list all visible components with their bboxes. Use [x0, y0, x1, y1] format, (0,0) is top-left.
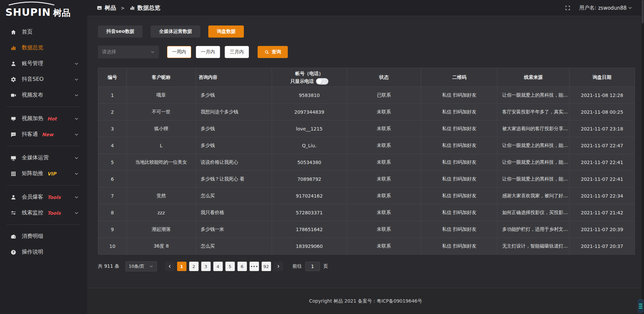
chevron-down-icon — [74, 116, 79, 121]
sidebar-item-data-overview[interactable]: 数据总览 — [0, 40, 87, 56]
cell-source-link[interactable]: 如何正确选择投影仪，买投影... — [497, 204, 569, 221]
cell-qrcode-link[interactable]: 私信 扫码加好友 — [421, 188, 497, 204]
sidebar-item-home[interactable]: 首页 — [0, 24, 87, 40]
page-size-value: 10条/页 — [129, 263, 145, 269]
page-button-3[interactable]: 3 — [201, 262, 211, 271]
col-header-qrcode: 二维码 — [421, 68, 497, 87]
username-label: 用户名: — [579, 5, 596, 11]
next-page-button[interactable] — [274, 262, 283, 271]
username-value[interactable]: zswodun88 — [598, 5, 627, 11]
tab-inquiry-data[interactable]: 询盘数据 — [208, 25, 244, 38]
chart-icon — [129, 5, 135, 11]
more-pages-button[interactable]: ••• — [250, 262, 259, 271]
video-icon — [10, 92, 17, 99]
phone-only-row: 只显示电话 — [275, 78, 343, 85]
cell-qrcode-link[interactable]: 私信 扫码加好友 — [421, 171, 497, 188]
col-header-source: 线索来源 — [497, 68, 569, 87]
tab-omni-media-data[interactable]: 全媒体运营数据 — [151, 25, 200, 38]
cell-qrcode-link[interactable]: 私信 扫码加好友 — [421, 154, 497, 171]
cell-account: 572803371 — [272, 204, 346, 221]
range-button-one-week[interactable]: 一周内 — [167, 46, 191, 58]
breadcrumb-separator: > — [121, 5, 125, 11]
filter-select[interactable]: 请选择 — [98, 46, 159, 58]
range-button-one-month[interactable]: 一月内 — [196, 46, 220, 58]
logo-text-en: SHUPIN — [5, 7, 51, 17]
cell-source-link[interactable]: 被大家追着问的客厅投影分享... — [497, 120, 569, 137]
chevron-down-icon — [74, 61, 79, 66]
cell-source-link[interactable]: 无主灯设计，智能磁吸轨道灯... — [497, 238, 569, 255]
wallet-icon — [10, 233, 17, 240]
copyright-text: Copyright 树品 2021 备案号：粤ICP备09019646号 — [309, 298, 422, 304]
cell-source-link[interactable]: 感谢大家喜欢我家，被问了好... — [497, 188, 569, 204]
cell-qrcode-link[interactable]: 私信 扫码加好友 — [421, 238, 497, 255]
chevron-down-icon[interactable] — [628, 5, 633, 10]
cell-date: 2021-11-07 22:41 — [569, 171, 635, 188]
table-body: 1哦章多少钱9583810已联系私信 扫码加好友让你一眼就爱上的黑科技，能...… — [98, 87, 635, 255]
cell-nickname: 潮起潮落 — [126, 221, 196, 238]
sidebar-item-omni-media[interactable]: 全媒体运营 — [0, 150, 87, 166]
cell-qrcode-link[interactable]: 私信 扫码加好友 — [421, 87, 497, 104]
page-button-92[interactable]: 92 — [262, 262, 271, 271]
table-row: 9潮起潮落多少钱一米178651642未联系私信 扫码加好友多功能护栏灯，适用于… — [98, 221, 635, 238]
prev-page-button[interactable] — [165, 262, 174, 271]
grid-icon — [10, 170, 17, 177]
cell-qrcode-link[interactable]: 私信 扫码加好友 — [421, 137, 497, 154]
cell-source-link[interactable]: 让你一眼就爱上的黑科技，能... — [497, 137, 569, 154]
range-button-three-months[interactable]: 三月内 — [225, 46, 249, 58]
chevron-down-icon — [74, 155, 79, 161]
sidebar-item-account-management[interactable]: 账号管理 — [0, 56, 87, 71]
sidebar-item-douyin-seo[interactable]: 抖音SEO — [0, 71, 87, 87]
main-content: 抖音seo数据全媒体运营数据询盘数据 请选择 一周内一月内三月内 查询 编号客户… — [87, 16, 644, 288]
cell-qrcode-link[interactable]: 私信 扫码加好友 — [421, 221, 497, 238]
app-logo: SHUPIN 树品 — [0, 0, 87, 19]
cell-source-link[interactable]: 让你一眼就爱上的黑科技，能... — [497, 154, 569, 171]
page-button-2[interactable]: 2 — [189, 262, 199, 271]
table-row: 1哦章多少钱9583810已联系私信 扫码加好友让你一眼就爱上的黑科技，能...… — [98, 87, 635, 104]
sidebar-item-instructions[interactable]: ?操作说明 — [0, 244, 87, 260]
sidebar-item-label: 视频发布 — [22, 92, 43, 99]
table-row: 8zzz我只看价格572803371未联系私信 扫码加好友如何正确选择投影仪，买… — [98, 204, 635, 221]
cell-account: Q_Liu. — [272, 137, 346, 154]
table-row: 7觉然怎么买917024162未联系私信 扫码加好友感谢大家喜欢我家，被问了好.… — [98, 188, 635, 204]
table-row: 5当地比较能吃的一位美女说说价格让我死心50534380未联系私信 扫码加好友让… — [98, 154, 635, 171]
chevron-down-icon — [74, 171, 79, 176]
cell-qrcode-link[interactable]: 私信 扫码加好友 — [421, 104, 497, 120]
cell-account: 70898792 — [272, 171, 346, 188]
sidebar-item-label: 矩阵助推 — [22, 170, 43, 177]
sidebar-item-lead-monitor[interactable]: 线索监控Tools — [0, 205, 87, 221]
page-button-6[interactable]: 6 — [237, 262, 247, 271]
page-size-select[interactable]: 10条/页 — [125, 261, 157, 271]
search-button[interactable]: 查询 — [258, 46, 288, 58]
sidebar-item-label: 消费明细 — [22, 233, 43, 240]
cell-content: 我只看价格 — [196, 204, 272, 221]
sidebar-item-matrix-boost[interactable]: 矩阵助推VIP — [0, 166, 87, 181]
cell-source-link[interactable]: 多功能护栏灯，适用于乡村文... — [497, 221, 569, 238]
tab-douyin-seo-data[interactable]: 抖音seo数据 — [98, 25, 143, 38]
col-header-id: 编号 — [98, 68, 127, 87]
scrollbar[interactable] — [641, 0, 644, 314]
cell-source-link[interactable]: 客厅安装投影半年多了，真实... — [497, 104, 569, 120]
sidebar-item-douketong[interactable]: 抖客通New — [0, 126, 87, 142]
gear-icon — [10, 76, 17, 83]
goto-page-input[interactable] — [305, 262, 320, 271]
sidebar-item-consumption-detail[interactable]: 消费明细 — [0, 228, 87, 244]
phone-only-toggle[interactable] — [316, 78, 328, 85]
sidebar-item-video-heat[interactable]: 视频加热Hot — [0, 111, 87, 126]
page-button-5[interactable]: 5 — [225, 262, 235, 271]
sidebar-item-member-baoke[interactable]: 会员爆客Tools — [0, 189, 87, 205]
goto-suffix: 页 — [323, 263, 328, 269]
cell-source-link[interactable]: 让你一眼就爱上的黑科技，能... — [497, 87, 569, 104]
sidebar-divider — [7, 185, 80, 186]
cell-content: 多少钱 — [196, 137, 272, 154]
fullscreen-icon[interactable] — [565, 5, 571, 11]
sidebar-item-video-publish[interactable]: 视频发布 — [0, 87, 87, 103]
cell-qrcode-link[interactable]: 私信 扫码加好友 — [421, 120, 497, 137]
page-button-4[interactable]: 4 — [213, 262, 223, 271]
cell-content: 我想问这个多少钱 — [196, 104, 272, 120]
breadcrumb-root[interactable]: 树品 — [105, 4, 116, 12]
chat-widget[interactable] — [638, 299, 643, 313]
page-button-1[interactable]: 1 — [177, 262, 186, 271]
chevron-down-icon — [74, 210, 79, 216]
cell-source-link[interactable]: 让你一眼就爱上的黑科技，能... — [497, 171, 569, 188]
cell-qrcode-link[interactable]: 私信 扫码加好友 — [421, 204, 497, 221]
